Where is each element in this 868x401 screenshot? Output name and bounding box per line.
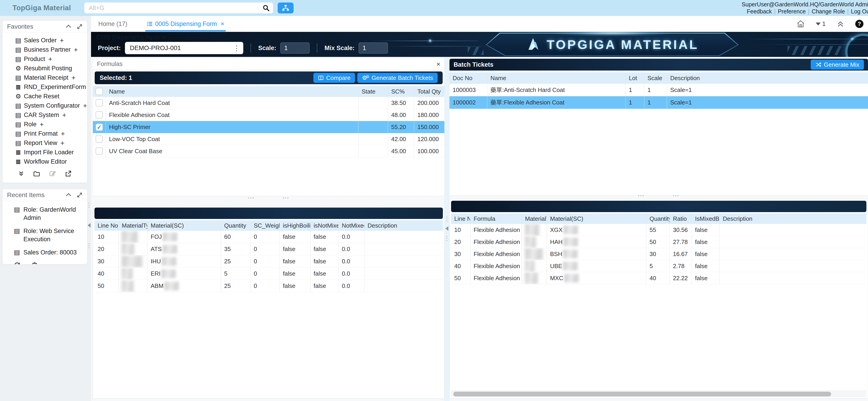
refresh-icon[interactable]	[13, 261, 21, 265]
sidebar-item-product[interactable]: ▤Product+	[2, 54, 87, 64]
column-header-line-no[interactable]: Line No	[451, 213, 470, 224]
add-record-icon[interactable]: +	[61, 139, 65, 147]
vertical-splitter[interactable]: ⋮ ⋮	[444, 57, 450, 401]
trash-icon[interactable]	[31, 261, 38, 265]
add-record-icon[interactable]: +	[83, 102, 87, 110]
batch-ticket-line-row[interactable]: 30 Flexible Adhesion Coat BSH 30 16.67 f…	[451, 248, 866, 260]
column-header-state[interactable]: State	[358, 86, 388, 97]
add-record-icon[interactable]: +	[61, 130, 65, 138]
formula-line-row[interactable]: 30 IHU 25 0 false false 0.0	[94, 255, 443, 268]
expand-panel-icon[interactable]	[77, 192, 83, 198]
sidebar-item-business-partner[interactable]: ▤Business Partner+	[2, 45, 87, 54]
formula-row[interactable]: ✓ Low-VOC Top Coat 42.00 120.000	[93, 133, 444, 145]
column-header-not-mixed[interactable]: NotMixed	[338, 220, 364, 231]
sidebar-item-car-system[interactable]: ▤CAR System+	[2, 111, 87, 120]
column-header-is-high-boiling[interactable]: isHighBoiling	[279, 220, 310, 231]
scale-input[interactable]: 1	[280, 42, 310, 54]
sidebar-item-report-view[interactable]: ▤Report View+	[2, 138, 87, 148]
compare-button[interactable]: Compare	[313, 73, 355, 83]
sidebar-splitter[interactable]: ⋮ ⋮	[87, 203, 91, 248]
help-button[interactable]: ?	[855, 20, 863, 28]
search-button[interactable]	[258, 2, 273, 13]
sidebar-item-role[interactable]: ▤Role+	[2, 120, 87, 129]
edit-icon[interactable]	[49, 170, 56, 177]
sidebar-item-system-configurator[interactable]: ▤System Configurator+	[2, 101, 87, 111]
column-header-material-sc[interactable]: Material(SC)	[147, 220, 221, 231]
formula-row[interactable]: ✓ UV Clear Coat Base 45.00 100.000	[93, 145, 444, 157]
add-record-icon[interactable]: +	[62, 111, 66, 119]
inner-form-tab[interactable]: C006 Dispensing Form ×	[96, 34, 165, 41]
collapse-panel-icon[interactable]	[67, 192, 70, 197]
column-header-name[interactable]: Name	[105, 86, 358, 97]
sidebar-item-workflow-editor[interactable]: ≣Workflow Editor	[2, 157, 87, 166]
row-checkbox[interactable]: ✓	[96, 111, 103, 119]
batch-ticket-line-row[interactable]: 10 Flexible Adhesion Coat XGX 55 30.56 f…	[451, 224, 866, 236]
expand-panel-icon[interactable]	[77, 24, 83, 30]
horizontal-scrollbar[interactable]	[451, 391, 866, 397]
change-role-link[interactable]: Change Role	[812, 8, 845, 14]
batch-ticket-line-row[interactable]: 20 Flexible Adhesion Coat HAH 50 27.78 f…	[451, 236, 866, 248]
sidebar-item-print-format[interactable]: ▤Print Format+	[2, 129, 87, 138]
row-checkbox-checked[interactable]: ✓	[96, 124, 103, 131]
column-header-quantity[interactable]: Quantity	[221, 220, 250, 231]
add-record-icon[interactable]: +	[71, 74, 75, 82]
scrollbar-thumb[interactable]	[453, 392, 831, 396]
sidebar-item-rnd-experimentform[interactable]: ≣RND_ExperimentForm	[2, 82, 87, 92]
column-header-scale[interactable]: Scale	[644, 72, 667, 84]
org-chart-button[interactable]	[278, 2, 293, 13]
sidebar-item-material-receipt[interactable]: ▤Material Receipt+	[2, 73, 87, 82]
formula-row[interactable]: ✓ Anti-Scratch Hard Coat 38.50 200.000	[93, 97, 444, 109]
sidebar-item-resubmit-posting[interactable]: ⚙Resubmit Posting	[2, 64, 87, 73]
column-header-quantity[interactable]: Quantity	[646, 213, 670, 224]
feedback-link[interactable]: Feedback	[747, 8, 772, 14]
recent-item-role-web-service-execution[interactable]: ▤Role: Web Service Execution	[2, 227, 87, 243]
add-record-icon[interactable]: +	[74, 46, 78, 54]
horizontal-splitter[interactable]: ⋯ ⋯	[450, 194, 868, 197]
batch-ticket-row-selected[interactable]: 1000002 藥單:Flexible Adhesion Coat 1 1 Sc…	[450, 96, 868, 109]
project-combobox[interactable]: DEMO-PROJ-001 ⋮	[125, 42, 243, 54]
formula-line-row[interactable]: 40 ERI 5 0 false false 0.0	[94, 268, 443, 280]
select-all-checkbox[interactable]: ✓	[96, 88, 103, 95]
column-header-doc-no[interactable]: Doc No	[450, 72, 487, 84]
log-out-link[interactable]: Log Out	[851, 8, 868, 14]
recent-item-sales-order-80003[interactable]: ▤Sales Order: 80003	[2, 248, 87, 256]
add-record-icon[interactable]: +	[60, 37, 64, 44]
kebab-menu-icon[interactable]: ⋮	[233, 44, 240, 52]
column-header-is-not-mixed[interactable]: isNotMixed	[310, 220, 338, 231]
search-input[interactable]	[84, 2, 258, 13]
close-tab-icon[interactable]: ×	[220, 20, 224, 28]
share-icon[interactable]	[65, 170, 72, 177]
home-icon[interactable]	[796, 19, 805, 28]
sidebar-item-import-file-loader[interactable]: ≣Import File Loader	[2, 148, 87, 157]
close-panel-icon[interactable]: ×	[436, 60, 440, 68]
column-header-name[interactable]: Name	[487, 72, 625, 84]
tab-home[interactable]: Home (17)	[94, 21, 131, 28]
formula-line-row[interactable]: 50 ABM 25 0 false false 0.0	[94, 280, 443, 292]
recent-item-role-gardenworld-admin[interactable]: ▤Role: GardenWorld Admin	[2, 206, 87, 222]
generate-batch-tickets-button[interactable]: ⚙⚙ Generate Batch Tickets	[357, 73, 438, 83]
tab-dispensing-form[interactable]: 0005 Dispensing Form ×	[145, 16, 226, 32]
row-checkbox[interactable]: ✓	[96, 135, 103, 143]
add-record-icon[interactable]: +	[48, 55, 52, 63]
sidebar-item-sales-order[interactable]: ▤Sales Order+	[2, 36, 87, 45]
column-header-description[interactable]: Description	[364, 220, 443, 231]
column-header-line-no[interactable]: Line No	[94, 220, 118, 231]
column-header-material-type[interactable]: MaterialType	[118, 220, 147, 231]
preference-link[interactable]: Preference	[778, 8, 806, 14]
formula-line-row[interactable]: 20 ATS 35 0 false false 0.0	[94, 243, 443, 255]
formula-row-selected[interactable]: ✓ High-SC Primer 55.20 150.000	[93, 121, 444, 133]
collapse-panel-icon[interactable]	[67, 24, 70, 29]
column-header-description[interactable]: Description	[719, 213, 866, 224]
formula-line-row[interactable]: 10 FOJ 60 0 false false 0.0	[94, 231, 443, 243]
column-header-total-qty[interactable]: Total Qty	[414, 86, 444, 97]
row-checkbox[interactable]: ✓	[96, 99, 103, 106]
add-record-icon[interactable]: +	[40, 121, 44, 128]
column-header-ratio[interactable]: Ratio	[670, 213, 692, 224]
open-windows-dropdown[interactable]: 1	[816, 20, 826, 28]
column-header-sc-weight[interactable]: SC_Weight	[250, 220, 279, 231]
generate-mix-button[interactable]: Generate Mix	[811, 60, 864, 70]
column-header-material-sc[interactable]: Material(SC)	[547, 213, 646, 224]
column-header-formula[interactable]: Formula	[470, 213, 522, 224]
mix-scale-input[interactable]: 1	[359, 42, 388, 54]
formula-row[interactable]: ✓ Flexible Adhesion Coat 48.00 180.000	[93, 109, 444, 121]
